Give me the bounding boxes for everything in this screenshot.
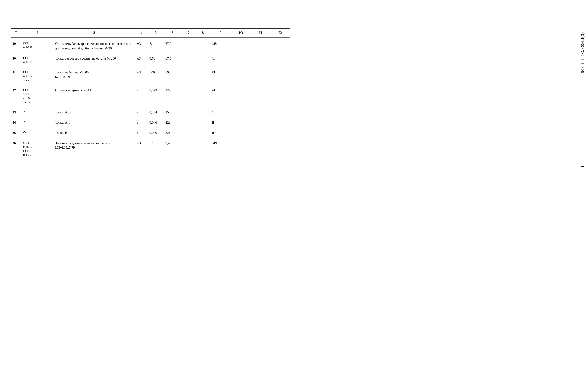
row-col11	[251, 55, 270, 66]
row-col8	[196, 87, 210, 106]
row-col8	[196, 69, 210, 84]
row-num: 32	[11, 87, 21, 106]
row-ref: 6-I7I ш.I5-I2 ССЦ п.4-20	[21, 139, 53, 159]
row-unit: т	[135, 87, 148, 106]
row-col8	[196, 119, 210, 126]
row-ref: ССЦ п.9-352 тех.ч.	[21, 69, 53, 84]
row-ref: ССЦ тех.ч. стр.8 таб.3-I	[21, 87, 53, 106]
table-row: 366-I7I ш.I5-I2 ССЦ п.4-20Засыпка фундам…	[11, 139, 290, 159]
row-desc: Стоимость арма-туры АI	[53, 87, 135, 106]
row-desc: То же, таврового сечения из бетона М-200	[53, 55, 135, 66]
row-unit: т	[135, 129, 148, 136]
row-col12	[270, 87, 290, 106]
header-col9: 9	[210, 29, 231, 37]
row-col9: 485	[210, 40, 231, 52]
row-col6: 9,49	[164, 139, 181, 159]
table-row: 33-"-То же, АШт0,2042505I	[11, 109, 290, 116]
header-col12: I2	[270, 29, 290, 37]
row-num: 36	[11, 139, 21, 159]
row-col10	[231, 87, 251, 106]
table-row: 30ССЦ п.9-352То же, таврового сечения из…	[11, 55, 290, 66]
row-unit: м3	[135, 55, 148, 66]
row-ref: -"-	[21, 109, 53, 116]
row-unit: м3	[135, 139, 148, 159]
row-ref: ССЦ п.9-348	[21, 40, 53, 52]
row-unit: м3	[135, 40, 148, 52]
row-col12	[270, 119, 290, 126]
row-col10	[231, 69, 251, 84]
row-col11	[251, 87, 270, 106]
table-row: 32ССЦ тех.ч. стр.8 таб.3-IСтоимость арма…	[11, 87, 290, 106]
row-col12	[270, 69, 290, 84]
row-desc: То же, АШ	[53, 109, 135, 116]
table-row: 34-"-То же, АIIт0,046229II	[11, 119, 290, 126]
header-col8: 8	[196, 29, 210, 37]
table-row: 3IССЦ п.9-352 тех.ч.То же, из бетона М-3…	[11, 69, 290, 84]
header-col4: 4	[135, 29, 148, 37]
page: 503 1-141С.86ЭШ(3) - 14 - I 2 3	[0, 0, 588, 378]
row-col10	[231, 139, 251, 159]
row-col7	[181, 139, 196, 159]
row-col6: 32I	[164, 129, 181, 136]
row-col6: 67,9	[164, 40, 181, 52]
row-col9: 5I	[210, 109, 231, 116]
main-table: I 2 3 4 5 6 7 8 9 IO II I2 29ССЦ п.9-348…	[11, 28, 290, 161]
row-num: 34	[11, 119, 21, 126]
row-col7	[181, 109, 196, 116]
row-col5: 0,030	[148, 129, 164, 136]
row-col6: 250	[164, 109, 181, 116]
row-desc: То же, из бетона М-300 67,5+0,82x2	[53, 69, 135, 84]
row-col12	[270, 40, 290, 52]
row-col5: I,06	[148, 69, 164, 84]
row-col11	[251, 129, 270, 136]
row-num: 29	[11, 40, 21, 52]
row-col6: 69,I4	[164, 69, 181, 84]
row-col8	[196, 139, 210, 159]
row-col5: 0,323	[148, 87, 164, 106]
row-col9: 74	[210, 87, 231, 106]
header-col7: 7	[181, 29, 196, 37]
row-unit: т	[135, 119, 148, 126]
row-col10	[231, 129, 251, 136]
row-col9: II	[210, 119, 231, 126]
row-num: 33	[11, 109, 21, 116]
row-col7	[181, 69, 196, 84]
table-header: I 2 3 4 5 6 7 8 9 IO II I2	[11, 29, 290, 37]
row-ref: -"-	[21, 119, 53, 126]
row-col11	[251, 119, 270, 126]
row-col9: IO	[210, 129, 231, 136]
row-col5: 0,60	[148, 55, 164, 66]
row-col11	[251, 109, 270, 116]
row-desc: То же, АII	[53, 119, 135, 126]
row-col12	[270, 139, 290, 159]
row-col10	[231, 119, 251, 126]
row-col9: 73	[210, 69, 231, 84]
row-col8	[196, 109, 210, 116]
row-col5: 0,046	[148, 119, 164, 126]
row-num: 3I	[11, 69, 21, 84]
row-unit: т	[135, 109, 148, 116]
row-col6: 229	[164, 87, 181, 106]
table-row: 29ССЦ п.9-348Стоимость балок трапецеидал…	[11, 40, 290, 52]
row-col5: 7,14	[148, 40, 164, 52]
row-col12	[270, 129, 290, 136]
row-col6: 229	[164, 119, 181, 126]
header-col1: I	[11, 29, 21, 37]
row-col7	[181, 87, 196, 106]
row-col10	[231, 40, 251, 52]
header-col10: IO	[231, 29, 251, 37]
row-unit: м3	[135, 69, 148, 84]
row-col12	[270, 109, 290, 116]
row-col7	[181, 55, 196, 66]
row-col6: 67,5	[164, 55, 181, 66]
row-col5: 0,204	[148, 109, 164, 116]
row-desc: Стоимость балок трапецеидального сечения…	[53, 40, 135, 52]
row-col11	[251, 69, 270, 84]
row-desc: То же, BI	[53, 129, 135, 136]
row-num: 35	[11, 129, 21, 136]
row-ref: ССЦ п.9-352	[21, 55, 53, 66]
row-num: 30	[11, 55, 21, 66]
row-col10	[231, 109, 251, 116]
header-col2: 2	[21, 29, 53, 37]
header-col6: 6	[164, 29, 181, 37]
